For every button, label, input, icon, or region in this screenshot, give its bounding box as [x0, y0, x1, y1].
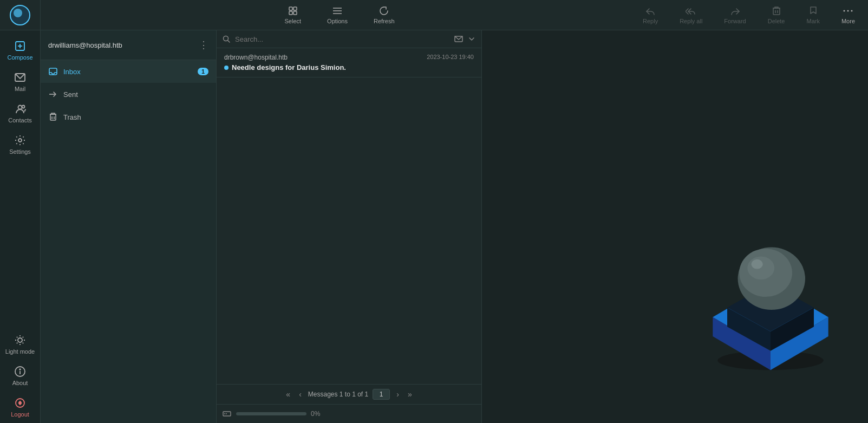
svg-point-20	[22, 106, 25, 108]
search-bar	[217, 30, 481, 48]
forward-button[interactable]: Forward	[720, 2, 750, 28]
app-logo-icon	[9, 4, 31, 26]
filter-chevron-icon	[467, 35, 476, 43]
sidebar-contacts[interactable]: Contacts	[0, 97, 40, 129]
search-icon	[222, 35, 231, 43]
delete-icon	[771, 5, 782, 16]
storage-icon	[222, 409, 232, 419]
pagination-bar: « ‹ Messages 1 to 1 of 1 › »	[217, 384, 481, 404]
isometric-graphic	[695, 206, 846, 380]
svg-line-28	[23, 343, 23, 343]
svg-line-43	[228, 41, 230, 43]
svg-rect-2	[289, 7, 292, 10]
select-button[interactable]: Select	[280, 2, 306, 28]
options-button[interactable]: Options	[323, 2, 352, 28]
mark-button[interactable]: Mark	[802, 2, 824, 28]
sidebar-light-mode[interactable]: Light mode	[0, 329, 40, 360]
page-next-button[interactable]: ›	[394, 389, 401, 400]
svg-point-22	[18, 338, 22, 342]
contacts-icon	[14, 103, 26, 115]
sidebar-about[interactable]: About	[0, 360, 40, 392]
mail-icon	[14, 71, 26, 83]
email-list-panel: drbrown@hospital.htb 2023-10-23 19:40 Ne…	[217, 30, 482, 423]
folder-trash[interactable]: Trash	[41, 106, 216, 128]
envelope-filter-icon	[454, 35, 463, 43]
svg-point-19	[18, 106, 22, 109]
pagination-info: Messages 1 to 1 of 1	[308, 391, 368, 398]
trash-icon	[48, 112, 58, 122]
sidebar-compose[interactable]: Compose	[0, 35, 40, 66]
svg-line-29	[17, 343, 17, 343]
forward-icon	[730, 5, 741, 16]
about-icon	[14, 366, 26, 378]
svg-point-33	[19, 369, 21, 370]
reply-all-button[interactable]: Reply all	[675, 2, 707, 28]
page-first-button[interactable]: «	[284, 389, 292, 400]
page-prev-button[interactable]: ‹	[297, 389, 304, 400]
svg-rect-4	[289, 11, 292, 15]
svg-point-21	[18, 139, 22, 142]
svg-point-58	[751, 259, 762, 269]
svg-point-14	[851, 10, 853, 12]
svg-line-27	[17, 337, 17, 337]
folder-list: drwilliams@hospital.htb ⋮ Inbox 1 Sent	[41, 30, 217, 423]
sidebar-settings[interactable]: Settings	[0, 129, 40, 160]
delete-button[interactable]: Delete	[763, 2, 789, 28]
svg-point-1	[14, 9, 22, 17]
svg-point-36	[18, 401, 22, 405]
svg-point-57	[747, 256, 774, 279]
storage-percent: 0%	[311, 410, 320, 418]
compose-icon	[14, 40, 26, 52]
toolbar-center: Select Options Refresh	[41, 0, 638, 30]
inbox-badge: 1	[198, 68, 208, 75]
page-number-input[interactable]	[373, 389, 390, 400]
mark-icon	[808, 5, 819, 16]
page-last-button[interactable]: »	[406, 389, 414, 400]
svg-rect-3	[293, 7, 297, 10]
logout-icon	[14, 397, 26, 409]
unread-indicator	[224, 66, 229, 70]
select-icon	[288, 5, 298, 16]
email-item-header: drbrown@hospital.htb 2023-10-23 19:40	[224, 54, 474, 61]
toolbar: Select Options Refresh Reply	[0, 0, 868, 30]
options-icon	[332, 5, 343, 16]
sidebar: Compose Mail Contacts Settings	[0, 30, 41, 423]
reply-icon	[645, 5, 656, 16]
main-body: Compose Mail Contacts Settings	[0, 30, 868, 423]
email-date: 2023-10-23 19:40	[427, 54, 474, 61]
sent-icon	[48, 89, 58, 99]
svg-rect-39	[50, 114, 56, 120]
reply-button[interactable]: Reply	[638, 2, 662, 28]
svg-rect-9	[773, 8, 780, 15]
search-input[interactable]	[235, 35, 450, 43]
reply-all-icon	[686, 5, 696, 16]
more-button[interactable]: More	[837, 2, 859, 28]
more-icon	[843, 5, 853, 16]
account-email: drwilliams@hospital.htb	[48, 41, 122, 49]
inbox-icon	[48, 67, 58, 76]
light-mode-icon	[14, 334, 26, 346]
folder-header: drwilliams@hospital.htb ⋮	[41, 30, 216, 60]
sidebar-mail[interactable]: Mail	[0, 66, 40, 97]
email-sender: drbrown@hospital.htb	[224, 54, 288, 61]
sidebar-logout[interactable]: Logout	[0, 392, 40, 423]
storage-track	[236, 412, 306, 415]
folder-sent[interactable]: Sent	[41, 83, 216, 106]
refresh-icon	[378, 5, 389, 16]
settings-icon	[14, 134, 26, 146]
svg-line-30	[23, 337, 23, 337]
email-subject: Needle designs for Darius Simion.	[232, 63, 346, 71]
email-item[interactable]: drbrown@hospital.htb 2023-10-23 19:40 Ne…	[217, 48, 481, 77]
svg-point-12	[844, 10, 845, 12]
toolbar-right: Reply Reply all Forward	[638, 0, 868, 30]
svg-rect-5	[293, 11, 297, 15]
toolbar-logo-area	[0, 0, 41, 30]
folder-inbox[interactable]: Inbox 1	[41, 60, 216, 83]
storage-bar-container: 0%	[217, 404, 481, 423]
svg-point-13	[847, 10, 849, 12]
account-more-button[interactable]: ⋮	[199, 39, 208, 51]
refresh-button[interactable]: Refresh	[369, 2, 399, 28]
preview-panel	[482, 30, 868, 423]
email-subject-row: Needle designs for Darius Simion.	[224, 63, 474, 71]
